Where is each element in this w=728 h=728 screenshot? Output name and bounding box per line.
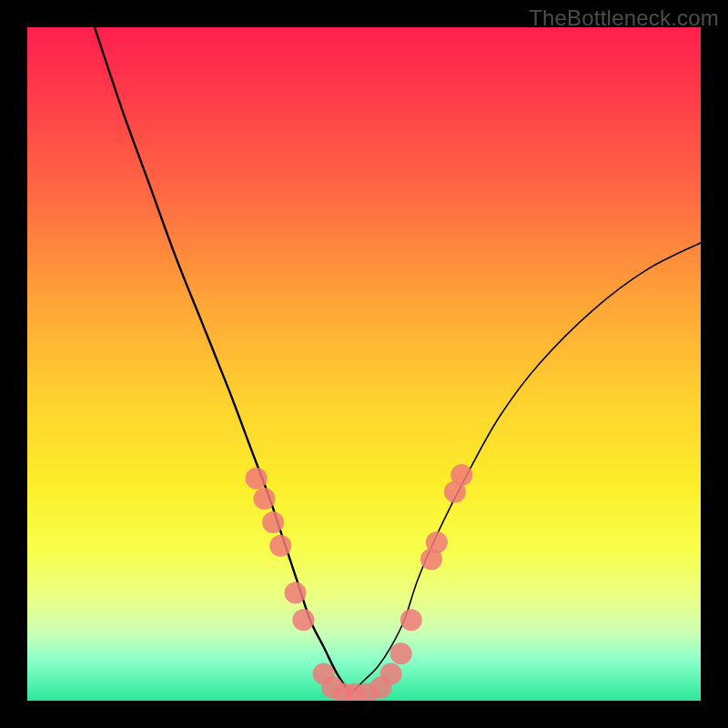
curve-layer [95, 27, 701, 694]
chart-frame: TheBottleneck.com [0, 0, 728, 728]
data-marker [292, 609, 314, 631]
marker-layer [246, 464, 473, 701]
data-marker [262, 511, 284, 533]
data-marker [450, 464, 472, 486]
data-marker [285, 582, 307, 604]
data-marker [390, 642, 412, 664]
data-marker [400, 609, 422, 631]
watermark-text: TheBottleneck.com [529, 5, 719, 31]
curve-svg [27, 27, 701, 701]
data-marker [246, 468, 268, 490]
data-marker [253, 488, 275, 510]
data-marker [426, 531, 448, 553]
plot-area [27, 27, 701, 701]
data-marker [269, 535, 291, 557]
series-left-curve [95, 27, 350, 694]
data-marker [380, 662, 402, 684]
